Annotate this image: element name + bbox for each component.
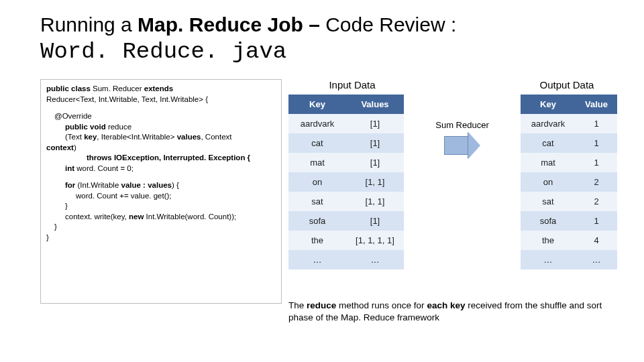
code-kw: new — [129, 213, 146, 221]
reducer-label: Sum Reducer — [404, 120, 521, 130]
code-text: , Iterable<Int.Writable> — [97, 133, 176, 141]
input-table: KeyValues aardvark[1] cat[1] mat[1] on[1… — [288, 95, 404, 269]
code-text: word. Count += value. get(); — [46, 191, 276, 202]
code-text: Sum. Reducer — [93, 84, 144, 93]
code-kw: context — [46, 143, 74, 152]
table-row: mat[1] — [288, 153, 404, 172]
table-row: sofa[1] — [288, 211, 404, 231]
output-key-header: Key — [521, 95, 576, 114]
output-data-label: Output Data — [520, 79, 614, 90]
code-text: word. Count = 0; — [76, 164, 133, 172]
code-kw: int — [65, 164, 76, 172]
input-values-header: Values — [346, 95, 404, 114]
table-row: aardvark[1] — [288, 114, 404, 133]
code-kw: public void — [65, 123, 108, 131]
footnote-text: method runs once for — [339, 300, 427, 310]
footnote: The reduce method runs once for each key… — [288, 300, 617, 324]
table-row: …… — [288, 250, 404, 269]
code-text: @Override — [46, 111, 276, 122]
table-row: sat2 — [521, 192, 617, 211]
arrow-icon — [444, 133, 480, 158]
table-row: the[1, 1, 1, 1] — [288, 231, 404, 250]
table-row: mat1 — [521, 153, 617, 172]
code-text: ) — [74, 143, 76, 152]
code-column: public class Sum. Reducer extends Reduce… — [40, 79, 282, 324]
table-row: on[1, 1] — [288, 172, 404, 192]
table-row: …… — [521, 250, 617, 269]
input-key-header: Key — [288, 95, 346, 114]
output-table: KeyValue aardvark1 cat1 mat1 on2 sat2 so… — [521, 95, 617, 269]
table-row: sofa1 — [521, 211, 617, 231]
code-text: reduce — [108, 123, 131, 131]
data-column: Input Data Output Data KeyValues aardvar… — [288, 79, 617, 324]
code-kw: throws IOException, Interrupted. Excepti… — [87, 154, 250, 162]
footnote-bold: reduce — [307, 300, 339, 310]
title-pre: Running a — [40, 13, 138, 36]
code-text: } — [46, 222, 276, 233]
title-post: Code Review : — [325, 13, 456, 36]
slide-title: Running a Map. Reduce Job – Code Review … — [40, 12, 617, 66]
code-box: public class Sum. Reducer extends Reduce… — [40, 79, 282, 304]
reducer-arrow-area: Sum Reducer — [404, 95, 521, 296]
table-row: cat1 — [521, 133, 617, 153]
code-text: ) { — [172, 181, 179, 189]
code-text: } — [46, 233, 276, 243]
code-text: (Int.Writable — [78, 181, 121, 189]
input-data-label: Input Data — [299, 79, 406, 90]
code-kw: public class — [46, 84, 93, 93]
code-text: } — [46, 201, 276, 212]
code-text: Int.Writable(word. Count)); — [146, 213, 237, 221]
table-row: on2 — [521, 172, 617, 192]
code-text: , Context — [201, 133, 231, 141]
code-kw: extends — [144, 84, 173, 93]
code-text: context. write(key, — [65, 213, 129, 221]
code-text: (Text — [65, 133, 84, 141]
code-kw: values — [177, 133, 201, 141]
output-value-header: Value — [576, 95, 617, 114]
code-kw: key — [84, 133, 97, 141]
footnote-text: The — [288, 300, 307, 310]
table-row: the4 — [521, 231, 617, 250]
code-kw: value : values — [121, 181, 172, 189]
title-mono: Word. Reduce. java — [40, 39, 286, 64]
footnote-bold: each key — [427, 300, 468, 310]
table-row: aardvark1 — [521, 114, 617, 133]
code-text: Reducer<Text, Int.Writable, Text, Int.Wr… — [46, 95, 276, 105]
table-row: sat[1, 1] — [288, 192, 404, 211]
table-row: cat[1] — [288, 133, 404, 153]
code-kw: for — [65, 181, 78, 189]
title-bold: Map. Reduce Job – — [138, 13, 325, 36]
